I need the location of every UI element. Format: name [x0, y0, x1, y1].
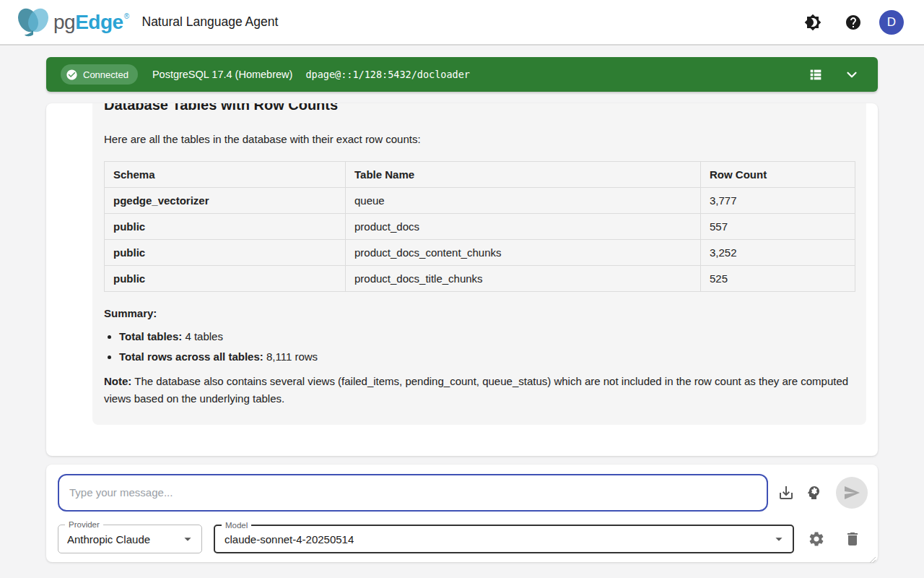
schema-cell: public — [105, 240, 346, 266]
column-header-schema: Schema — [105, 162, 346, 188]
chevron-down-icon — [844, 66, 860, 82]
assistant-message-bubble: Database Tables with Row Counts Here are… — [92, 103, 866, 425]
pgedge-logo: pgEdge® — [16, 6, 129, 39]
provider-value: Anthropic Claude — [67, 533, 150, 545]
table-row: public product_docs 557 — [105, 214, 855, 240]
send-icon — [843, 484, 860, 501]
table-name-cell: product_docs — [346, 214, 701, 240]
model-combobox[interactable]: Model claude-sonnet-4-20250514 — [214, 525, 794, 553]
gear-icon — [808, 530, 825, 548]
chat-scroll-area[interactable]: Database Tables with Row Counts Here are… — [46, 103, 878, 456]
clear-chat-button[interactable] — [839, 525, 866, 553]
connection-bar[interactable]: Connected PostgreSQL 17.4 (Homebrew) dpa… — [46, 57, 878, 92]
ai-thinking-button[interactable] — [800, 479, 827, 506]
table-name-cell: product_docs_content_chunks — [346, 240, 701, 266]
settings-button[interactable] — [803, 525, 830, 553]
provider-label: Provider — [65, 519, 103, 530]
trash-icon — [844, 530, 861, 548]
dark-mode-toggle-button[interactable] — [798, 8, 827, 37]
dropdown-arrow-icon — [180, 531, 196, 547]
table-header-row: Schema Table Name Row Count — [105, 162, 855, 188]
view-list-icon — [808, 66, 824, 82]
message-note: Note: The database also contains several… — [104, 373, 855, 407]
summary-item-total-rows: Total rows across all tables: 8,111 rows — [119, 350, 855, 363]
table-row: pgedge_vectorizer queue 3,777 — [105, 188, 855, 214]
row-count-cell: 525 — [701, 266, 855, 292]
brightness-icon — [804, 14, 821, 31]
connection-status-badge: Connected — [61, 64, 138, 85]
download-chat-button[interactable] — [773, 479, 801, 506]
help-button[interactable] — [839, 8, 868, 37]
pgedge-logo-icon — [16, 6, 52, 39]
app-bar: pgEdge® Natural Language Agent D — [0, 0, 924, 46]
message-intro: Here are all the tables in the database … — [104, 133, 855, 145]
message-input[interactable] — [58, 474, 768, 512]
user-avatar[interactable]: D — [879, 10, 904, 35]
pgedge-logo-text: pgEdge® — [53, 11, 129, 34]
summary-list: Total tables: 4 tables Total rows across… — [104, 330, 855, 363]
page-title: Natural Language Agent — [142, 14, 279, 30]
row-count-cell: 557 — [701, 214, 855, 240]
summary-heading: Summary: — [104, 307, 855, 319]
table-name-cell: product_docs_title_chunks — [346, 266, 701, 292]
row-counts-table: Schema Table Name Row Count pgedge_vecto… — [104, 161, 855, 292]
summary-item-total-tables: Total tables: 4 tables — [119, 330, 855, 342]
table-name-cell: queue — [346, 188, 701, 214]
table-row: public product_docs_content_chunks 3,252 — [105, 240, 855, 266]
row-count-cell: 3,777 — [701, 188, 855, 214]
message-heading: Database Tables with Row Counts — [104, 103, 855, 115]
schema-cell: public — [105, 266, 346, 292]
dropdown-arrow-icon — [771, 531, 787, 547]
model-value: claude-sonnet-4-20250514 — [225, 533, 354, 545]
connection-string: dpage@::1/128:5432/docloader — [305, 69, 470, 80]
column-header-table-name: Table Name — [346, 162, 701, 188]
row-count-cell: 3,252 — [701, 240, 855, 266]
schema-cell: pgedge_vectorizer — [105, 188, 346, 214]
check-circle-icon — [66, 69, 78, 81]
model-label: Model — [222, 520, 251, 530]
resize-grip[interactable] — [869, 553, 876, 561]
column-header-row-count: Row Count — [701, 162, 855, 188]
connection-expand-button[interactable] — [840, 63, 863, 86]
download-icon — [777, 484, 795, 501]
server-version-label: PostgreSQL 17.4 (Homebrew) — [152, 69, 293, 80]
help-icon — [845, 14, 862, 31]
connection-status-label: Connected — [83, 69, 128, 80]
schema-cell: public — [105, 214, 346, 240]
composer-panel: Provider Anthropic Claude Model claude-s… — [46, 465, 878, 562]
provider-select[interactable]: Provider Anthropic Claude — [58, 525, 202, 553]
psychology-icon — [805, 484, 822, 501]
send-button[interactable] — [836, 477, 868, 509]
connection-list-button[interactable] — [804, 63, 827, 86]
table-row: public product_docs_title_chunks 525 — [105, 266, 855, 292]
